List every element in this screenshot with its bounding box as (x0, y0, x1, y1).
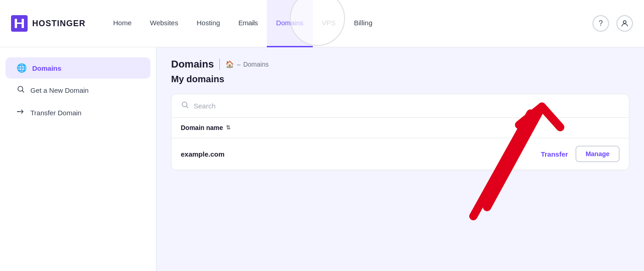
sidebar: 🌐 Domains Get a New Domain Transfer Doma… (0, 47, 156, 271)
nav-vps[interactable]: VPS (313, 0, 345, 47)
breadcrumb: 🏠 – Domains (225, 60, 269, 68)
sidebar-label-get-new-domain: Get a New Domain (30, 86, 89, 94)
help-button[interactable]: ? (592, 15, 609, 32)
logo[interactable]: HOSTINGER (11, 15, 86, 32)
nav-websites[interactable]: Websites (141, 0, 187, 47)
nav-domains[interactable]: Domains (267, 0, 312, 47)
table-row: example.com Transfer Manage (172, 138, 629, 170)
user-profile-button[interactable] (616, 15, 633, 32)
sidebar-label-domains: Domains (32, 64, 61, 72)
sidebar-item-get-new-domain[interactable]: Get a New Domain (6, 79, 150, 101)
search-icon-wrap (181, 101, 189, 111)
svg-point-1 (623, 21, 626, 23)
nav-links: Home Websites Hosting Emails Domains VPS… (104, 0, 592, 47)
nav-right-actions: ? (592, 15, 633, 32)
nav-home[interactable]: Home (104, 0, 141, 47)
row-actions: Transfer Manage (541, 146, 620, 162)
nav-emails[interactable]: Emails (229, 0, 267, 47)
top-navigation: HOSTINGER Home Websites Hosting Emails D… (0, 0, 644, 47)
transfer-link[interactable]: Transfer (541, 150, 568, 158)
manage-button[interactable]: Manage (575, 146, 620, 162)
sidebar-label-transfer-domain: Transfer Domain (30, 109, 81, 117)
brand-name: HOSTINGER (32, 19, 86, 28)
main-layout: 🌐 Domains Get a New Domain Transfer Doma… (0, 47, 644, 271)
sort-icon: ⇅ (226, 124, 230, 131)
section-title: My domains (171, 74, 629, 85)
hostinger-logo-icon (11, 15, 28, 32)
user-icon (621, 19, 629, 28)
domain-name-cell: example.com (181, 150, 541, 158)
search-icon (181, 101, 189, 109)
content-area: Domains 🏠 – Domains My domains (156, 47, 644, 271)
search-input[interactable] (194, 102, 620, 110)
home-icon: 🏠 (225, 60, 234, 68)
breadcrumb-row: Domains 🏠 – Domains (171, 58, 629, 70)
nav-billing[interactable]: Billing (345, 0, 382, 47)
sidebar-item-domains[interactable]: 🌐 Domains (6, 57, 150, 79)
nav-hosting[interactable]: Hosting (187, 0, 229, 47)
column-domain-name[interactable]: Domain name ⇅ (181, 124, 230, 131)
sidebar-item-transfer-domain[interactable]: Transfer Domain (6, 102, 150, 124)
breadcrumb-separator: – (237, 61, 241, 68)
search-bar (172, 94, 629, 118)
table-header: Domain name ⇅ (172, 118, 629, 138)
breadcrumb-current: Domains (243, 61, 269, 68)
breadcrumb-divider (219, 59, 220, 70)
search-icon (17, 85, 25, 96)
domains-card: Domain name ⇅ example.com Transfer Manag… (171, 94, 629, 170)
globe-icon: 🌐 (17, 63, 27, 73)
page-title: Domains (171, 58, 214, 70)
transfer-icon (17, 107, 25, 118)
